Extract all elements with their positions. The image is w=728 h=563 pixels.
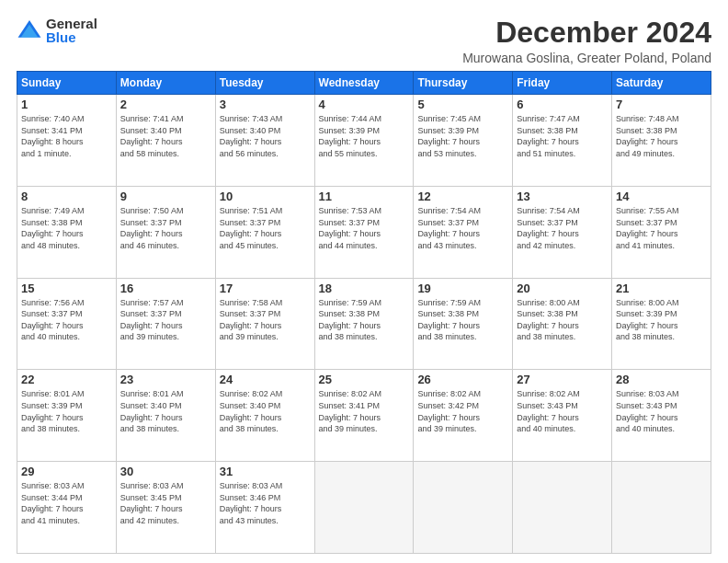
- day-number: 9: [120, 190, 211, 203]
- day-info: Sunrise: 7:44 AM Sunset: 3:39 PM Dayligh…: [319, 113, 410, 159]
- day-info: Sunrise: 8:03 AM Sunset: 3:44 PM Dayligh…: [21, 480, 112, 526]
- day-cell-28: 28Sunrise: 8:03 AM Sunset: 3:43 PM Dayli…: [612, 370, 711, 462]
- day-number: 22: [21, 373, 112, 386]
- day-info: Sunrise: 7:43 AM Sunset: 3:40 PM Dayligh…: [220, 113, 311, 159]
- day-number: 10: [220, 190, 311, 203]
- logo-icon: [17, 17, 42, 43]
- page: General Blue December 2024 Murowana Gosl…: [0, 0, 728, 563]
- empty-cell: [414, 462, 513, 554]
- day-number: 30: [120, 465, 211, 478]
- day-number: 3: [220, 98, 311, 111]
- day-info: Sunrise: 7:55 AM Sunset: 3:37 PM Dayligh…: [616, 205, 707, 251]
- calendar-week-2: 8Sunrise: 7:49 AM Sunset: 3:38 PM Daylig…: [17, 186, 711, 278]
- day-number: 1: [21, 98, 112, 111]
- day-info: Sunrise: 8:02 AM Sunset: 3:41 PM Dayligh…: [319, 388, 410, 434]
- day-number: 11: [319, 190, 410, 203]
- day-cell-4: 4Sunrise: 7:44 AM Sunset: 3:39 PM Daylig…: [314, 95, 414, 187]
- day-number: 14: [616, 190, 707, 203]
- day-info: Sunrise: 7:51 AM Sunset: 3:37 PM Dayligh…: [220, 205, 311, 251]
- day-number: 13: [517, 190, 608, 203]
- day-cell-6: 6Sunrise: 7:47 AM Sunset: 3:38 PM Daylig…: [513, 95, 612, 187]
- day-number: 2: [120, 98, 211, 111]
- day-number: 29: [21, 465, 112, 478]
- empty-cell: [314, 462, 414, 554]
- calendar-week-1: 1Sunrise: 7:40 AM Sunset: 3:41 PM Daylig…: [17, 95, 711, 187]
- day-cell-14: 14Sunrise: 7:55 AM Sunset: 3:37 PM Dayli…: [612, 186, 711, 278]
- day-info: Sunrise: 7:59 AM Sunset: 3:38 PM Dayligh…: [417, 297, 508, 343]
- day-number: 25: [319, 373, 410, 386]
- day-info: Sunrise: 8:02 AM Sunset: 3:43 PM Dayligh…: [517, 388, 608, 434]
- day-cell-27: 27Sunrise: 8:02 AM Sunset: 3:43 PM Dayli…: [513, 370, 612, 462]
- day-info: Sunrise: 7:57 AM Sunset: 3:37 PM Dayligh…: [120, 297, 211, 343]
- day-number: 12: [417, 190, 508, 203]
- calendar-week-4: 22Sunrise: 8:01 AM Sunset: 3:39 PM Dayli…: [17, 370, 711, 462]
- day-cell-19: 19Sunrise: 7:59 AM Sunset: 3:38 PM Dayli…: [414, 278, 513, 370]
- day-info: Sunrise: 7:56 AM Sunset: 3:37 PM Dayligh…: [21, 297, 112, 343]
- day-info: Sunrise: 7:45 AM Sunset: 3:39 PM Dayligh…: [417, 113, 508, 159]
- day-info: Sunrise: 7:49 AM Sunset: 3:38 PM Dayligh…: [21, 205, 112, 251]
- day-number: 31: [220, 465, 311, 478]
- day-info: Sunrise: 7:40 AM Sunset: 3:41 PM Dayligh…: [21, 113, 112, 159]
- day-cell-8: 8Sunrise: 7:49 AM Sunset: 3:38 PM Daylig…: [17, 186, 117, 278]
- day-info: Sunrise: 7:59 AM Sunset: 3:38 PM Dayligh…: [319, 297, 410, 343]
- day-number: 28: [616, 373, 707, 386]
- day-info: Sunrise: 8:03 AM Sunset: 3:46 PM Dayligh…: [220, 480, 311, 526]
- day-info: Sunrise: 8:02 AM Sunset: 3:42 PM Dayligh…: [417, 388, 508, 434]
- header: General Blue December 2024 Murowana Gosl…: [17, 17, 711, 65]
- day-cell-22: 22Sunrise: 8:01 AM Sunset: 3:39 PM Dayli…: [17, 370, 117, 462]
- day-number: 5: [417, 98, 508, 111]
- col-header-monday: Monday: [116, 72, 215, 95]
- day-number: 21: [616, 282, 707, 295]
- day-info: Sunrise: 8:03 AM Sunset: 3:45 PM Dayligh…: [120, 480, 211, 526]
- day-info: Sunrise: 7:41 AM Sunset: 3:40 PM Dayligh…: [120, 113, 211, 159]
- location: Murowana Goslina, Greater Poland, Poland: [462, 51, 711, 65]
- day-cell-31: 31Sunrise: 8:03 AM Sunset: 3:46 PM Dayli…: [215, 462, 314, 554]
- col-header-friday: Friday: [513, 72, 612, 95]
- day-number: 7: [616, 98, 707, 111]
- day-cell-2: 2Sunrise: 7:41 AM Sunset: 3:40 PM Daylig…: [116, 95, 215, 187]
- month-title: December 2024: [462, 17, 711, 49]
- day-cell-13: 13Sunrise: 7:54 AM Sunset: 3:37 PM Dayli…: [513, 186, 612, 278]
- col-header-sunday: Sunday: [17, 72, 117, 95]
- day-cell-5: 5Sunrise: 7:45 AM Sunset: 3:39 PM Daylig…: [414, 95, 513, 187]
- col-header-saturday: Saturday: [612, 72, 711, 95]
- calendar-table: SundayMondayTuesdayWednesdayThursdayFrid…: [17, 71, 711, 554]
- day-info: Sunrise: 7:47 AM Sunset: 3:38 PM Dayligh…: [517, 113, 608, 159]
- empty-cell: [513, 462, 612, 554]
- day-number: 19: [417, 282, 508, 295]
- day-number: 16: [120, 282, 211, 295]
- day-number: 6: [517, 98, 608, 111]
- day-info: Sunrise: 8:01 AM Sunset: 3:39 PM Dayligh…: [21, 388, 112, 434]
- day-info: Sunrise: 8:00 AM Sunset: 3:38 PM Dayligh…: [517, 297, 608, 343]
- day-cell-26: 26Sunrise: 8:02 AM Sunset: 3:42 PM Dayli…: [414, 370, 513, 462]
- day-cell-16: 16Sunrise: 7:57 AM Sunset: 3:37 PM Dayli…: [116, 278, 215, 370]
- day-cell-17: 17Sunrise: 7:58 AM Sunset: 3:37 PM Dayli…: [215, 278, 314, 370]
- day-info: Sunrise: 7:54 AM Sunset: 3:37 PM Dayligh…: [517, 205, 608, 251]
- empty-cell: [612, 462, 711, 554]
- day-number: 20: [517, 282, 608, 295]
- day-number: 24: [220, 373, 311, 386]
- logo-text: General Blue: [46, 17, 97, 44]
- day-number: 27: [517, 373, 608, 386]
- day-cell-3: 3Sunrise: 7:43 AM Sunset: 3:40 PM Daylig…: [215, 95, 314, 187]
- calendar-week-5: 29Sunrise: 8:03 AM Sunset: 3:44 PM Dayli…: [17, 462, 711, 554]
- day-number: 4: [319, 98, 410, 111]
- day-cell-11: 11Sunrise: 7:53 AM Sunset: 3:37 PM Dayli…: [314, 186, 414, 278]
- logo-blue-text: Blue: [46, 30, 97, 44]
- day-number: 23: [120, 373, 211, 386]
- day-cell-24: 24Sunrise: 8:02 AM Sunset: 3:40 PM Dayli…: [215, 370, 314, 462]
- day-cell-29: 29Sunrise: 8:03 AM Sunset: 3:44 PM Dayli…: [17, 462, 117, 554]
- logo: General Blue: [17, 17, 97, 44]
- day-number: 18: [319, 282, 410, 295]
- day-cell-25: 25Sunrise: 8:02 AM Sunset: 3:41 PM Dayli…: [314, 370, 414, 462]
- col-header-wednesday: Wednesday: [314, 72, 414, 95]
- day-cell-12: 12Sunrise: 7:54 AM Sunset: 3:37 PM Dayli…: [414, 186, 513, 278]
- calendar-week-3: 15Sunrise: 7:56 AM Sunset: 3:37 PM Dayli…: [17, 278, 711, 370]
- day-info: Sunrise: 8:03 AM Sunset: 3:43 PM Dayligh…: [616, 388, 707, 434]
- day-cell-15: 15Sunrise: 7:56 AM Sunset: 3:37 PM Dayli…: [17, 278, 117, 370]
- day-info: Sunrise: 8:02 AM Sunset: 3:40 PM Dayligh…: [220, 388, 311, 434]
- day-number: 8: [21, 190, 112, 203]
- day-info: Sunrise: 7:58 AM Sunset: 3:37 PM Dayligh…: [220, 297, 311, 343]
- day-cell-10: 10Sunrise: 7:51 AM Sunset: 3:37 PM Dayli…: [215, 186, 314, 278]
- day-number: 15: [21, 282, 112, 295]
